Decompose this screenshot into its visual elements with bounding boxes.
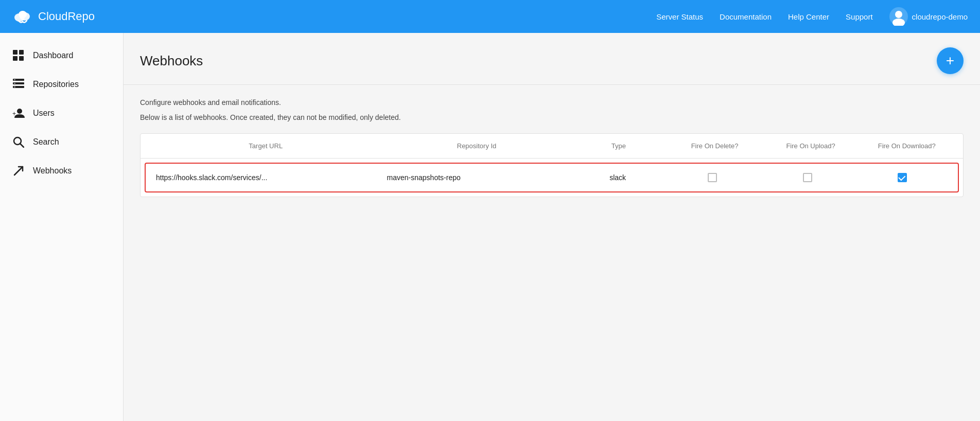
svg-rect-15 <box>14 87 15 87</box>
nav-support[interactable]: Support <box>846 12 873 21</box>
users-icon: + <box>12 107 25 119</box>
col-header-fire-on-download: Fire On Download? <box>861 142 953 150</box>
sidebar-item-repositories[interactable]: Repositories <box>0 70 123 99</box>
svg-rect-9 <box>19 56 24 61</box>
page-title: Webhooks <box>140 53 203 69</box>
user-avatar-icon <box>889 7 908 26</box>
username-label: cloudrepo-demo <box>912 12 968 21</box>
table-header: Target URL Repository Id Type Fire On De… <box>141 134 963 159</box>
svg-rect-7 <box>19 50 24 55</box>
user-menu[interactable]: cloudrepo-demo <box>889 7 968 26</box>
col-header-target-url: Target URL <box>151 142 380 150</box>
nav-documentation[interactable]: Documentation <box>720 12 772 21</box>
nav-server-status[interactable]: Server Status <box>656 12 703 21</box>
logo[interactable]: CloudRepo <box>12 6 95 27</box>
checkbox-fire-on-upload[interactable] <box>803 173 812 182</box>
search-icon <box>12 136 25 148</box>
app-layout: Dashboard Repositories + <box>0 33 980 421</box>
svg-line-19 <box>20 144 24 147</box>
svg-text:+: + <box>12 110 16 117</box>
sidebar-item-webhooks[interactable]: Webhooks <box>0 156 123 185</box>
col-header-type: Type <box>573 142 665 150</box>
col-header-fire-on-delete: Fire On Delete? <box>669 142 761 150</box>
col-header-repository-id: Repository Id <box>384 142 568 150</box>
svg-rect-14 <box>14 83 15 84</box>
sidebar-label-dashboard: Dashboard <box>33 51 73 60</box>
svg-line-20 <box>14 167 23 175</box>
cell-type: slack <box>572 173 663 182</box>
sidebar-label-webhooks: Webhooks <box>33 166 72 176</box>
sidebar-item-search[interactable]: Search <box>0 128 123 156</box>
webhooks-table: Target URL Repository Id Type Fire On De… <box>140 133 964 197</box>
svg-rect-13 <box>14 80 15 80</box>
webhooks-icon <box>12 165 25 177</box>
cell-fire-on-upload <box>762 173 853 182</box>
description-2: Below is a list of webhooks. Once create… <box>140 112 964 123</box>
checkbox-fire-on-delete[interactable] <box>708 173 717 182</box>
cell-target-url: https://hooks.slack.com/services/... <box>156 173 383 182</box>
dashboard-icon <box>12 49 25 62</box>
cell-fire-on-delete <box>667 173 758 182</box>
sidebar: Dashboard Repositories + <box>0 33 124 421</box>
main-content: Webhooks + Configure webhooks and email … <box>124 33 980 421</box>
header-nav: Server Status Documentation Help Center … <box>656 12 872 21</box>
repositories-icon <box>12 78 25 91</box>
sidebar-item-dashboard[interactable]: Dashboard <box>0 41 123 70</box>
description-1: Configure webhooks and email notificatio… <box>140 97 964 108</box>
svg-point-16 <box>17 109 22 114</box>
checkbox-fire-on-download[interactable] <box>898 173 907 182</box>
table-row: https://hooks.slack.com/services/... mav… <box>145 163 959 192</box>
main-header: CloudRepo Server Status Documentation He… <box>0 0 980 33</box>
logo-icon <box>12 6 33 27</box>
cell-fire-on-download <box>857 173 948 182</box>
svg-rect-6 <box>13 50 18 55</box>
col-header-fire-on-upload: Fire On Upload? <box>765 142 857 150</box>
page-header: Webhooks + <box>124 33 980 85</box>
sidebar-item-users[interactable]: + Users <box>0 99 123 128</box>
nav-help-center[interactable]: Help Center <box>788 12 829 21</box>
logo-text: CloudRepo <box>38 10 95 23</box>
svg-point-2 <box>19 11 27 18</box>
add-webhook-button[interactable]: + <box>937 47 964 74</box>
cell-repository-id: maven-snapshots-repo <box>387 173 568 182</box>
sidebar-label-repositories: Repositories <box>33 80 79 89</box>
sidebar-label-users: Users <box>33 109 55 118</box>
svg-point-4 <box>895 11 902 18</box>
page-content: Configure webhooks and email notificatio… <box>124 85 980 209</box>
sidebar-label-search: Search <box>33 137 59 147</box>
svg-rect-8 <box>13 56 18 61</box>
